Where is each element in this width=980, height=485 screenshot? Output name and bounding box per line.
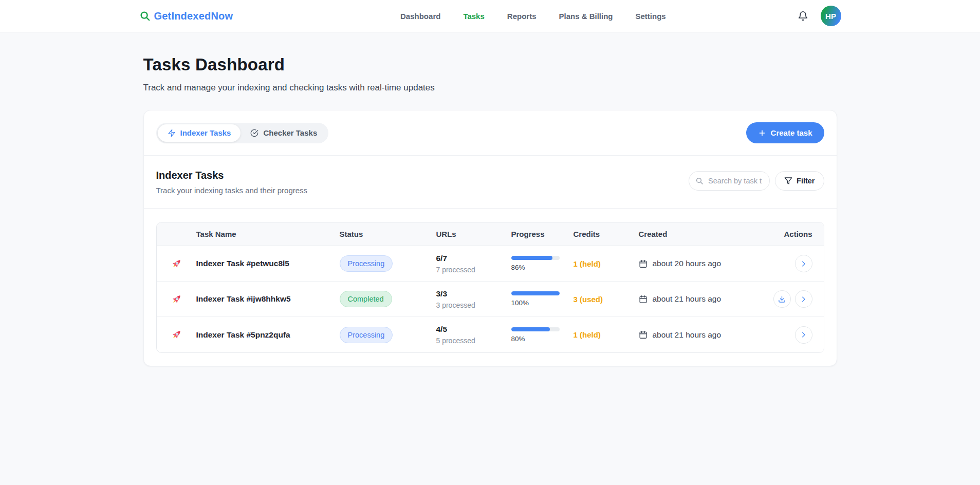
tab-indexer-tasks[interactable]: Indexer Tasks [158, 124, 241, 142]
status-badge: Processing [340, 255, 393, 272]
download-icon [778, 295, 786, 303]
progress-cell: 80% [511, 327, 574, 343]
page-title: Tasks Dashboard [143, 55, 837, 74]
open-task-button[interactable] [795, 255, 812, 272]
col-progress: Progress [511, 230, 574, 238]
row-actions [747, 290, 824, 308]
progress-cell: 86% [511, 256, 574, 271]
credits-value: 3 (used) [574, 295, 639, 304]
col-credits: Credits [574, 230, 639, 238]
status-badge: Completed [340, 291, 392, 307]
progress-bar [511, 256, 560, 260]
progress-percent: 86% [511, 264, 574, 271]
plus-icon [758, 129, 766, 137]
open-task-button[interactable] [795, 326, 812, 344]
calendar-icon [639, 259, 648, 268]
rocket-icon [171, 293, 182, 305]
credits-value: 1 (held) [574, 330, 639, 339]
table-header-row: Task Name Status URLs Progress Credits C… [157, 222, 824, 246]
credits-value: 1 (held) [574, 259, 639, 268]
urls-cell: 4/5 5 processed [436, 325, 511, 345]
progress-cell: 100% [511, 291, 574, 307]
col-actions: Actions [747, 230, 824, 238]
progress-percent: 100% [511, 299, 574, 307]
created-text: about 20 hours ago [653, 259, 722, 268]
col-created: Created [639, 230, 747, 238]
task-type-tab-group: Indexer Tasks Checker Tasks [156, 123, 329, 143]
urls-count: 4/5 [436, 325, 511, 334]
avatar[interactable]: HP [821, 6, 841, 26]
tasks-table: Task Name Status URLs Progress Credits C… [156, 222, 824, 353]
chevron-right-icon [800, 331, 807, 339]
panel-header: Indexer Tasks Track your indexing tasks … [144, 156, 837, 209]
urls-processed: 3 processed [436, 301, 511, 309]
rocket-icon [171, 258, 182, 270]
table-row[interactable]: Indexer Task #5pnz2qufa Processing 4/5 5… [157, 317, 824, 352]
check-circle-icon [250, 129, 258, 137]
panel-subtitle: Track your indexing tasks and their prog… [156, 186, 308, 195]
table-body: Indexer Task #petwuc8l5 Processing 6/7 7… [157, 246, 824, 352]
nav-item-tasks[interactable]: Tasks [463, 12, 484, 21]
page-content: Tasks Dashboard Track and manage your in… [139, 55, 841, 366]
open-task-button[interactable] [795, 290, 812, 308]
bolt-icon [168, 129, 176, 137]
task-name: Indexer Task #ijw8hhkw5 [196, 294, 340, 304]
urls-processed: 7 processed [436, 266, 511, 274]
created-cell: about 20 hours ago [639, 259, 747, 268]
chevron-right-icon [800, 295, 807, 303]
col-status: Status [340, 230, 436, 238]
tabs-row: Indexer Tasks Checker Tasks [144, 110, 837, 156]
created-text: about 21 hours ago [653, 330, 722, 340]
progress-bar [511, 327, 560, 331]
urls-processed: 5 processed [436, 337, 511, 345]
nav-item-plans-billing[interactable]: Plans & Billing [559, 12, 613, 21]
urls-count: 6/7 [436, 254, 511, 263]
tab-indexer-label: Indexer Tasks [180, 128, 231, 137]
calendar-icon [639, 295, 648, 304]
create-task-label: Create task [771, 128, 812, 137]
nav-item-reports[interactable]: Reports [507, 12, 537, 21]
main-nav: Dashboard Tasks Reports Plans & Billing … [269, 12, 797, 21]
calendar-icon [639, 330, 648, 339]
task-name: Indexer Task #5pnz2qufa [196, 330, 340, 340]
urls-cell: 6/7 7 processed [436, 254, 511, 274]
created-cell: about 21 hours ago [639, 294, 747, 304]
panel-title: Indexer Tasks [156, 170, 308, 181]
status-badge: Processing [340, 327, 393, 343]
bell-icon [798, 11, 808, 22]
urls-count: 3/3 [436, 289, 511, 299]
nav-item-settings[interactable]: Settings [636, 12, 666, 21]
top-navbar: GetIndexedNow Dashboard Tasks Reports Pl… [0, 0, 980, 32]
progress-bar [511, 291, 560, 295]
progress-percent: 80% [511, 335, 574, 343]
table-row[interactable]: Indexer Task #petwuc8l5 Processing 6/7 7… [157, 246, 824, 282]
row-actions [747, 326, 824, 344]
task-name: Indexer Task #petwuc8l5 [196, 259, 340, 268]
row-actions [747, 255, 824, 272]
funnel-icon [784, 177, 792, 185]
tasks-card: Indexer Tasks Checker Tasks [143, 110, 837, 366]
filter-button[interactable]: Filter [775, 171, 824, 191]
magnifier-logo-icon [139, 10, 151, 22]
page-subtitle: Track and manage your indexing and check… [143, 83, 837, 93]
created-text: about 21 hours ago [653, 294, 722, 304]
brand-name: GetIndexedNow [154, 10, 233, 22]
search-wrap [689, 171, 770, 191]
filter-label: Filter [797, 177, 815, 185]
table-row[interactable]: Indexer Task #ijw8hhkw5 Completed 3/3 3 … [157, 282, 824, 317]
download-button[interactable] [773, 290, 791, 308]
nav-item-dashboard[interactable]: Dashboard [400, 12, 440, 21]
tab-checker-tasks[interactable]: Checker Tasks [241, 124, 327, 142]
created-cell: about 21 hours ago [639, 330, 747, 340]
notifications-button[interactable] [798, 11, 808, 22]
rocket-icon [171, 329, 182, 341]
urls-cell: 3/3 3 processed [436, 289, 511, 309]
chevron-right-icon [800, 260, 807, 268]
tab-checker-label: Checker Tasks [263, 128, 317, 137]
create-task-button[interactable]: Create task [746, 122, 824, 143]
col-task-name: Task Name [196, 230, 340, 238]
search-icon [695, 177, 704, 185]
col-urls: URLs [436, 230, 511, 238]
brand-logo[interactable]: GetIndexedNow [139, 10, 233, 22]
